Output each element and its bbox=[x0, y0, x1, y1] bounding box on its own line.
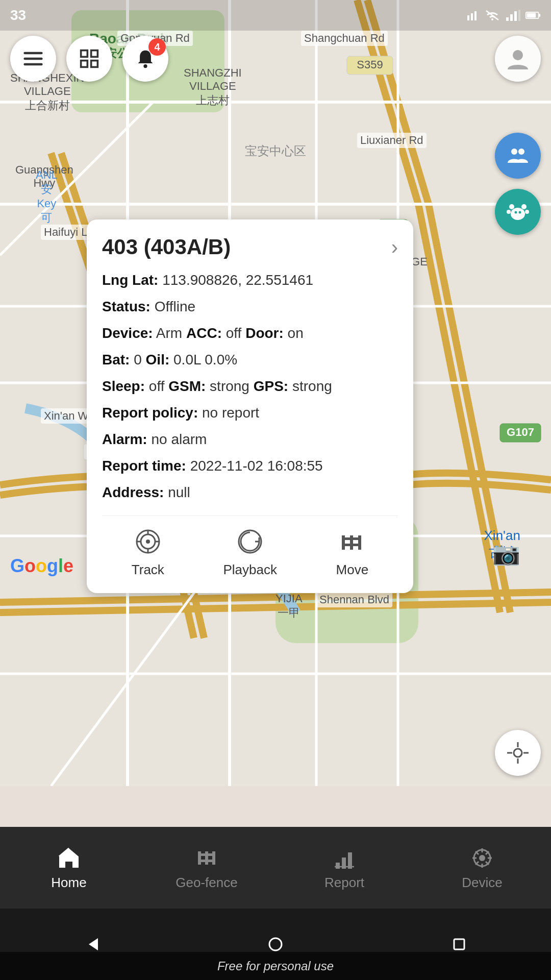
notification-button[interactable]: 4 bbox=[122, 36, 168, 82]
playback-icon bbox=[235, 526, 265, 557]
oil-value: 0.0L 0.0% bbox=[173, 352, 237, 368]
status-row: Status: Offline bbox=[102, 296, 398, 317]
bottom-navigation: Home Geo-fence Report bbox=[0, 827, 551, 909]
acc-value: off bbox=[226, 325, 242, 341]
nav-home[interactable]: Home bbox=[0, 827, 138, 909]
svg-rect-63 bbox=[342, 537, 361, 540]
svg-rect-28 bbox=[527, 13, 536, 18]
card-actions: Track Playback bbox=[102, 516, 398, 578]
device-icon bbox=[469, 845, 495, 871]
door-value: on bbox=[288, 325, 304, 341]
svg-line-81 bbox=[486, 862, 489, 865]
svg-rect-65 bbox=[198, 851, 201, 865]
report-label: Report bbox=[324, 875, 364, 891]
svg-rect-22 bbox=[506, 17, 509, 21]
liuxianer-rd-label: Liuxianer Rd bbox=[357, 133, 427, 148]
sleep-value: off bbox=[149, 378, 165, 394]
user-avatar[interactable] bbox=[495, 36, 541, 82]
svg-point-47 bbox=[514, 749, 522, 757]
playback-button[interactable]: Playback bbox=[223, 526, 277, 578]
gsm-value: strong bbox=[210, 378, 249, 394]
svg-rect-66 bbox=[205, 851, 208, 865]
move-button[interactable]: Move bbox=[336, 526, 369, 578]
gps-value: strong bbox=[292, 378, 332, 394]
svg-marker-84 bbox=[89, 938, 98, 950]
svg-rect-69 bbox=[198, 860, 215, 862]
track-label: Track bbox=[132, 562, 164, 578]
wifi-icon bbox=[485, 8, 500, 23]
svg-point-37 bbox=[513, 50, 523, 60]
bat-value: 0 bbox=[134, 352, 142, 368]
svg-point-36 bbox=[143, 64, 147, 68]
notification-badge: 4 bbox=[148, 38, 166, 56]
watermark: Free for personal use bbox=[0, 952, 551, 980]
fit-screen-button[interactable] bbox=[66, 36, 112, 82]
menu-button[interactable] bbox=[10, 36, 56, 82]
report-time-row: Report time: 2022-11-02 16:08:55 bbox=[102, 455, 398, 477]
anl-label: ANL安Key可 bbox=[36, 168, 58, 226]
svg-point-43 bbox=[507, 210, 511, 214]
baoan-district: 宝安中心区 bbox=[245, 143, 306, 159]
svg-line-83 bbox=[475, 862, 479, 865]
svg-point-45 bbox=[515, 211, 517, 214]
svg-rect-86 bbox=[454, 939, 464, 949]
address-row: Address: null bbox=[102, 482, 398, 503]
track-icon bbox=[133, 526, 163, 557]
device-value: Arm bbox=[156, 325, 182, 341]
svg-line-82 bbox=[486, 851, 489, 854]
svg-point-38 bbox=[511, 149, 517, 155]
battery-icon bbox=[525, 8, 541, 23]
playback-label: Playback bbox=[223, 562, 277, 578]
xinan-location-pin: 📷 bbox=[492, 540, 520, 567]
card-title: 403 (403A/B) bbox=[102, 235, 231, 259]
device-row: Device: Arm ACC: off Door: on bbox=[102, 323, 398, 344]
svg-rect-70 bbox=[336, 863, 340, 869]
info-card: 403 (403A/B) › Lng Lat: 113.908826, 22.5… bbox=[87, 219, 413, 593]
svg-text:G107: G107 bbox=[507, 426, 534, 438]
nav-report[interactable]: Report bbox=[276, 827, 413, 909]
top-controls: 4 bbox=[0, 36, 551, 82]
geofence-label: Geo-fence bbox=[176, 875, 237, 891]
time-display: 33 bbox=[10, 7, 26, 23]
svg-point-40 bbox=[511, 208, 525, 220]
address-value: null bbox=[168, 484, 190, 500]
svg-point-85 bbox=[269, 938, 282, 950]
bat-oil-row: Bat: 0 Oil: 0.0L 0.0% bbox=[102, 349, 398, 371]
report-time-value: 2022-11-02 16:08:55 bbox=[190, 458, 323, 474]
location-button[interactable] bbox=[495, 730, 541, 776]
card-expand-arrow[interactable]: › bbox=[391, 236, 398, 259]
google-logo: Google bbox=[10, 555, 73, 577]
nav-device[interactable]: Device bbox=[413, 827, 551, 909]
signal-bars-icon bbox=[505, 8, 520, 23]
report-policy-row: Report policy: no report bbox=[102, 402, 398, 424]
sleep-gsm-gps-row: Sleep: off GSM: strong GPS: strong bbox=[102, 376, 398, 397]
pets-fab-button[interactable] bbox=[495, 189, 541, 235]
svg-point-41 bbox=[509, 204, 514, 209]
report-icon bbox=[332, 845, 357, 871]
signal-icon bbox=[464, 8, 480, 23]
svg-rect-64 bbox=[342, 544, 361, 546]
svg-rect-67 bbox=[212, 851, 215, 865]
svg-point-46 bbox=[519, 211, 521, 214]
report-policy-value: no report bbox=[202, 405, 259, 421]
svg-rect-27 bbox=[539, 14, 541, 16]
right-buttons bbox=[495, 133, 541, 235]
svg-rect-23 bbox=[510, 14, 513, 21]
move-label: Move bbox=[336, 562, 369, 578]
svg-rect-32 bbox=[81, 51, 88, 57]
device-label: Device bbox=[462, 875, 502, 891]
nav-geofence[interactable]: Geo-fence bbox=[138, 827, 276, 909]
people-fab-button[interactable] bbox=[495, 133, 541, 179]
alarm-value: no alarm bbox=[151, 431, 207, 447]
shennan-blvd-label: Shennan Blvd bbox=[316, 592, 392, 607]
lng-lat-row: Lng Lat: 113.908826, 22.551461 bbox=[102, 270, 398, 291]
alarm-row: Alarm: no alarm bbox=[102, 429, 398, 450]
svg-rect-34 bbox=[81, 61, 88, 67]
svg-rect-35 bbox=[91, 61, 98, 67]
svg-point-44 bbox=[525, 210, 529, 214]
svg-rect-24 bbox=[514, 11, 517, 21]
track-button[interactable]: Track bbox=[132, 526, 164, 578]
home-label: Home bbox=[51, 875, 86, 891]
lng-lat-value: 113.908826, 22.551461 bbox=[162, 272, 313, 288]
move-icon bbox=[337, 526, 367, 557]
